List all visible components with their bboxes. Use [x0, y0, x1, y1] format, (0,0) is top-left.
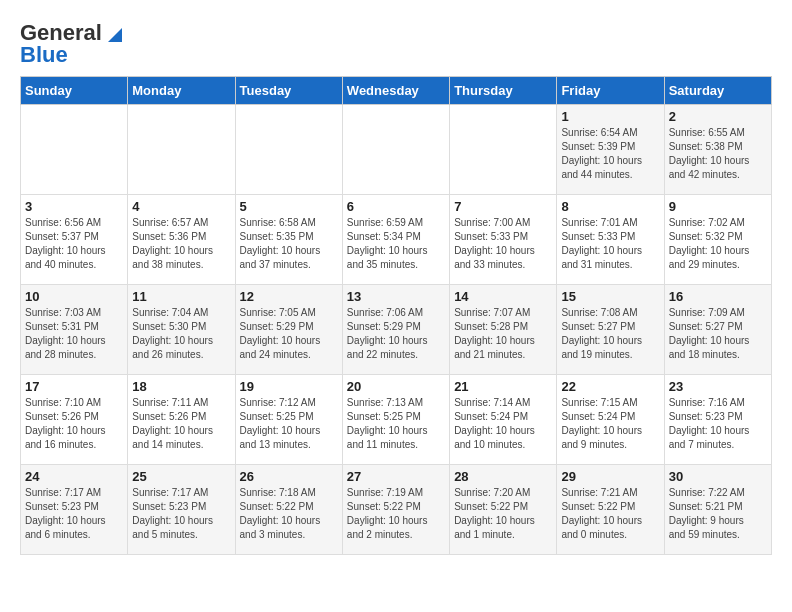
day-number: 3	[25, 199, 123, 214]
header-cell-friday: Friday	[557, 77, 664, 105]
day-number: 25	[132, 469, 230, 484]
day-number: 4	[132, 199, 230, 214]
week-row-4: 24Sunrise: 7:17 AM Sunset: 5:23 PM Dayli…	[21, 465, 772, 555]
day-cell: 3Sunrise: 6:56 AM Sunset: 5:37 PM Daylig…	[21, 195, 128, 285]
logo: General Blue	[20, 20, 122, 68]
day-cell: 30Sunrise: 7:22 AM Sunset: 5:21 PM Dayli…	[664, 465, 771, 555]
header: General Blue	[20, 20, 772, 68]
day-info: Sunrise: 7:15 AM Sunset: 5:24 PM Dayligh…	[561, 396, 659, 452]
day-info: Sunrise: 6:58 AM Sunset: 5:35 PM Dayligh…	[240, 216, 338, 272]
day-info: Sunrise: 6:57 AM Sunset: 5:36 PM Dayligh…	[132, 216, 230, 272]
day-info: Sunrise: 7:00 AM Sunset: 5:33 PM Dayligh…	[454, 216, 552, 272]
day-info: Sunrise: 7:14 AM Sunset: 5:24 PM Dayligh…	[454, 396, 552, 452]
day-number: 27	[347, 469, 445, 484]
header-cell-monday: Monday	[128, 77, 235, 105]
day-cell	[21, 105, 128, 195]
day-cell: 22Sunrise: 7:15 AM Sunset: 5:24 PM Dayli…	[557, 375, 664, 465]
day-info: Sunrise: 7:02 AM Sunset: 5:32 PM Dayligh…	[669, 216, 767, 272]
day-cell: 14Sunrise: 7:07 AM Sunset: 5:28 PM Dayli…	[450, 285, 557, 375]
day-info: Sunrise: 7:19 AM Sunset: 5:22 PM Dayligh…	[347, 486, 445, 542]
day-number: 1	[561, 109, 659, 124]
header-cell-saturday: Saturday	[664, 77, 771, 105]
day-cell: 18Sunrise: 7:11 AM Sunset: 5:26 PM Dayli…	[128, 375, 235, 465]
day-number: 23	[669, 379, 767, 394]
day-number: 24	[25, 469, 123, 484]
day-number: 18	[132, 379, 230, 394]
day-number: 19	[240, 379, 338, 394]
day-number: 7	[454, 199, 552, 214]
day-cell: 6Sunrise: 6:59 AM Sunset: 5:34 PM Daylig…	[342, 195, 449, 285]
day-cell: 13Sunrise: 7:06 AM Sunset: 5:29 PM Dayli…	[342, 285, 449, 375]
day-cell: 5Sunrise: 6:58 AM Sunset: 5:35 PM Daylig…	[235, 195, 342, 285]
day-number: 16	[669, 289, 767, 304]
day-cell: 19Sunrise: 7:12 AM Sunset: 5:25 PM Dayli…	[235, 375, 342, 465]
day-info: Sunrise: 7:18 AM Sunset: 5:22 PM Dayligh…	[240, 486, 338, 542]
day-cell: 15Sunrise: 7:08 AM Sunset: 5:27 PM Dayli…	[557, 285, 664, 375]
day-cell: 26Sunrise: 7:18 AM Sunset: 5:22 PM Dayli…	[235, 465, 342, 555]
day-number: 13	[347, 289, 445, 304]
day-info: Sunrise: 7:11 AM Sunset: 5:26 PM Dayligh…	[132, 396, 230, 452]
day-number: 6	[347, 199, 445, 214]
day-cell: 23Sunrise: 7:16 AM Sunset: 5:23 PM Dayli…	[664, 375, 771, 465]
day-info: Sunrise: 6:55 AM Sunset: 5:38 PM Dayligh…	[669, 126, 767, 182]
day-info: Sunrise: 7:12 AM Sunset: 5:25 PM Dayligh…	[240, 396, 338, 452]
logo-triangle-icon	[104, 24, 122, 42]
day-number: 21	[454, 379, 552, 394]
header-row: SundayMondayTuesdayWednesdayThursdayFrid…	[21, 77, 772, 105]
day-cell	[235, 105, 342, 195]
day-info: Sunrise: 7:17 AM Sunset: 5:23 PM Dayligh…	[25, 486, 123, 542]
header-cell-sunday: Sunday	[21, 77, 128, 105]
header-cell-tuesday: Tuesday	[235, 77, 342, 105]
day-info: Sunrise: 7:17 AM Sunset: 5:23 PM Dayligh…	[132, 486, 230, 542]
day-info: Sunrise: 6:54 AM Sunset: 5:39 PM Dayligh…	[561, 126, 659, 182]
day-cell: 7Sunrise: 7:00 AM Sunset: 5:33 PM Daylig…	[450, 195, 557, 285]
day-cell: 20Sunrise: 7:13 AM Sunset: 5:25 PM Dayli…	[342, 375, 449, 465]
day-info: Sunrise: 7:21 AM Sunset: 5:22 PM Dayligh…	[561, 486, 659, 542]
day-number: 2	[669, 109, 767, 124]
header-cell-wednesday: Wednesday	[342, 77, 449, 105]
day-number: 11	[132, 289, 230, 304]
day-cell: 24Sunrise: 7:17 AM Sunset: 5:23 PM Dayli…	[21, 465, 128, 555]
day-info: Sunrise: 7:13 AM Sunset: 5:25 PM Dayligh…	[347, 396, 445, 452]
calendar-table: SundayMondayTuesdayWednesdayThursdayFrid…	[20, 76, 772, 555]
day-info: Sunrise: 7:20 AM Sunset: 5:22 PM Dayligh…	[454, 486, 552, 542]
day-number: 5	[240, 199, 338, 214]
day-number: 22	[561, 379, 659, 394]
day-info: Sunrise: 7:04 AM Sunset: 5:30 PM Dayligh…	[132, 306, 230, 362]
day-cell: 27Sunrise: 7:19 AM Sunset: 5:22 PM Dayli…	[342, 465, 449, 555]
day-cell: 21Sunrise: 7:14 AM Sunset: 5:24 PM Dayli…	[450, 375, 557, 465]
day-info: Sunrise: 7:05 AM Sunset: 5:29 PM Dayligh…	[240, 306, 338, 362]
day-cell: 16Sunrise: 7:09 AM Sunset: 5:27 PM Dayli…	[664, 285, 771, 375]
day-info: Sunrise: 7:22 AM Sunset: 5:21 PM Dayligh…	[669, 486, 767, 542]
day-number: 10	[25, 289, 123, 304]
day-cell: 4Sunrise: 6:57 AM Sunset: 5:36 PM Daylig…	[128, 195, 235, 285]
week-row-2: 10Sunrise: 7:03 AM Sunset: 5:31 PM Dayli…	[21, 285, 772, 375]
day-info: Sunrise: 7:09 AM Sunset: 5:27 PM Dayligh…	[669, 306, 767, 362]
day-number: 20	[347, 379, 445, 394]
day-info: Sunrise: 7:16 AM Sunset: 5:23 PM Dayligh…	[669, 396, 767, 452]
day-cell: 10Sunrise: 7:03 AM Sunset: 5:31 PM Dayli…	[21, 285, 128, 375]
day-info: Sunrise: 7:07 AM Sunset: 5:28 PM Dayligh…	[454, 306, 552, 362]
day-cell: 12Sunrise: 7:05 AM Sunset: 5:29 PM Dayli…	[235, 285, 342, 375]
day-number: 29	[561, 469, 659, 484]
day-number: 14	[454, 289, 552, 304]
day-cell: 29Sunrise: 7:21 AM Sunset: 5:22 PM Dayli…	[557, 465, 664, 555]
week-row-1: 3Sunrise: 6:56 AM Sunset: 5:37 PM Daylig…	[21, 195, 772, 285]
day-number: 17	[25, 379, 123, 394]
day-cell: 1Sunrise: 6:54 AM Sunset: 5:39 PM Daylig…	[557, 105, 664, 195]
day-info: Sunrise: 6:59 AM Sunset: 5:34 PM Dayligh…	[347, 216, 445, 272]
day-info: Sunrise: 7:01 AM Sunset: 5:33 PM Dayligh…	[561, 216, 659, 272]
day-number: 15	[561, 289, 659, 304]
logo-blue: Blue	[20, 42, 68, 68]
day-number: 9	[669, 199, 767, 214]
day-cell	[342, 105, 449, 195]
day-cell: 8Sunrise: 7:01 AM Sunset: 5:33 PM Daylig…	[557, 195, 664, 285]
day-number: 28	[454, 469, 552, 484]
day-cell	[450, 105, 557, 195]
day-number: 26	[240, 469, 338, 484]
day-cell: 9Sunrise: 7:02 AM Sunset: 5:32 PM Daylig…	[664, 195, 771, 285]
day-number: 8	[561, 199, 659, 214]
day-cell: 11Sunrise: 7:04 AM Sunset: 5:30 PM Dayli…	[128, 285, 235, 375]
day-cell: 17Sunrise: 7:10 AM Sunset: 5:26 PM Dayli…	[21, 375, 128, 465]
day-cell: 28Sunrise: 7:20 AM Sunset: 5:22 PM Dayli…	[450, 465, 557, 555]
